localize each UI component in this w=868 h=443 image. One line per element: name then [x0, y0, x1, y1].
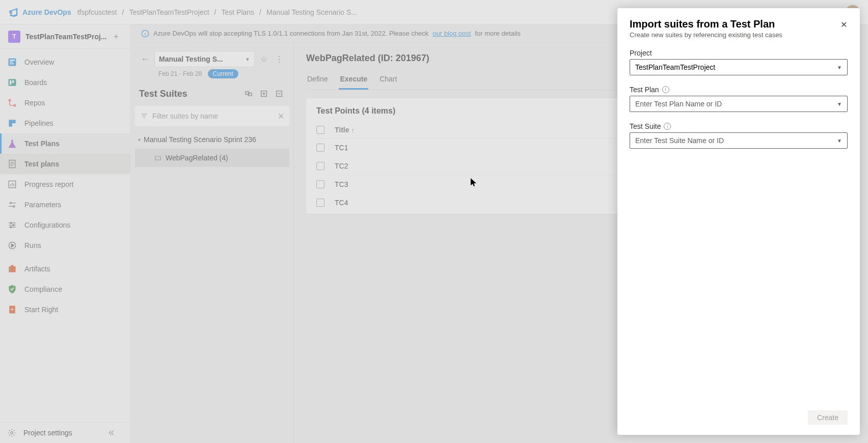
project-field-label: Project [630, 49, 848, 57]
create-button[interactable]: Create [808, 410, 848, 425]
testsuite-placeholder: Enter Test Suite Name or ID [635, 136, 724, 145]
project-select[interactable]: TestPlanTeamTestProject ▼ [630, 59, 848, 75]
testplan-select[interactable]: Enter Test Plan Name or ID ▼ [630, 96, 848, 112]
chevron-down-icon: ▼ [837, 65, 842, 70]
panel-subtitle: Create new suites by referencing existin… [630, 31, 848, 39]
info-icon[interactable]: i [664, 123, 671, 130]
testsuite-field-label: Test Suite i [630, 122, 848, 130]
info-icon[interactable]: i [662, 86, 669, 93]
testplan-field-label: Test Plan i [630, 86, 848, 94]
chevron-down-icon: ▼ [837, 101, 842, 107]
project-select-value: TestPlanTeamTestProject [635, 63, 715, 71]
panel-title: Import suites from a Test Plan [630, 18, 848, 30]
testplan-placeholder: Enter Test Plan Name or ID [635, 100, 722, 108]
chevron-down-icon: ▼ [837, 138, 842, 144]
close-panel-button[interactable]: ✕ [837, 18, 850, 31]
testsuite-select[interactable]: Enter Test Suite Name or ID ▼ [630, 132, 848, 149]
import-suites-panel: ✕ Import suites from a Test Plan Create … [617, 8, 860, 435]
